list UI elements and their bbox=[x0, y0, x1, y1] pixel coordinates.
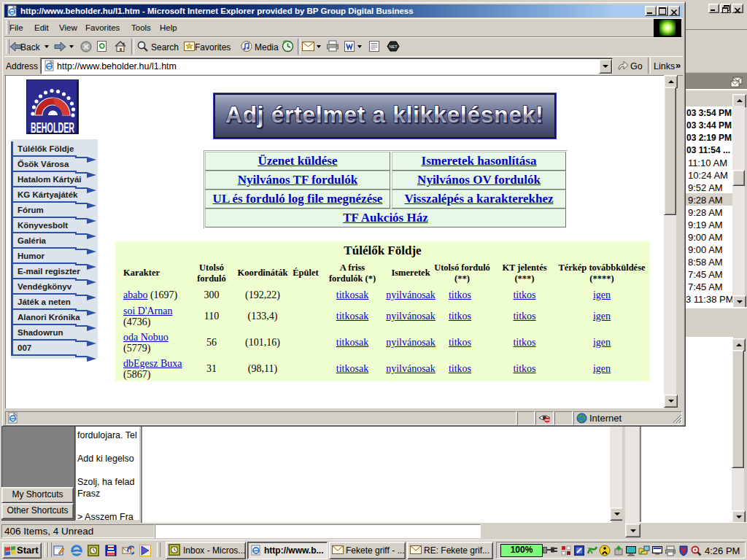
svg-text:BEHOLDER: BEHOLDER bbox=[31, 120, 74, 134]
svg-text:NET: NET bbox=[390, 44, 398, 49]
svg-text:Adj értelmet a klikkelésnek!: Adj értelmet a klikkelésnek! bbox=[225, 101, 544, 128]
